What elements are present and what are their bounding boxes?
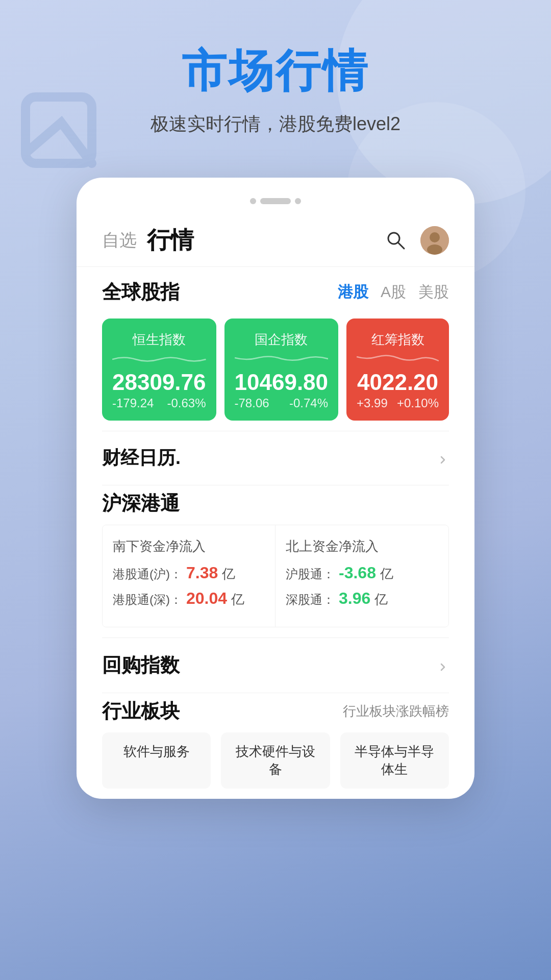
search-button[interactable] <box>384 228 408 253</box>
rci-name: 红筹指数 <box>357 331 439 349</box>
hsi-changes: -179.24 -0.63% <box>112 396 206 410</box>
phone-content: 自选 行情 <box>77 214 474 799</box>
industry-item-1[interactable]: 技术硬件与设备 <box>221 732 330 789</box>
industry-item-0[interactable]: 软件与服务 <box>102 732 211 789</box>
rci-value: 4022.20 <box>357 370 439 395</box>
hshk-north-row-1: 沪股通： -3.68 亿 <box>286 564 438 583</box>
industry-header: 行业板块 行业板块涨跌幅榜 <box>102 698 449 724</box>
pagination-dots <box>77 193 474 214</box>
header-subtitle: 极速实时行情，港股免费level2 <box>31 112 520 137</box>
nav-zixuan-label[interactable]: 自选 <box>102 229 137 252</box>
hshk-north-unit-2: 亿 <box>374 591 388 608</box>
rci-wave <box>357 352 439 367</box>
index-card-hscei[interactable]: 国企指数 10469.80 -78.06 -0.74% <box>224 318 339 421</box>
hshk-south-cell: 南下资金净流入 港股通(沪)： 7.38 亿 港股通(深)： 20.04 亿 <box>103 525 276 627</box>
hshk-north-label-2: 深股通： <box>286 592 335 608</box>
hscei-change: -78.06 <box>235 396 269 410</box>
buyback-chevron-icon <box>437 659 449 672</box>
hshk-north-value-1: -3.68 <box>339 564 376 582</box>
dot-3 <box>295 198 301 204</box>
industry-grid: 软件与服务 技术硬件与设备 半导体与半导体生 <box>102 732 449 789</box>
hshk-title: 沪深港通 <box>102 491 449 517</box>
hsi-value: 28309.76 <box>112 370 206 395</box>
global-index-header: 全球股指 港股 A股 美股 <box>77 267 474 313</box>
hsi-name: 恒生指数 <box>112 331 206 349</box>
financial-calendar-title: 财经日历. <box>102 446 181 471</box>
nav-bar: 自选 行情 <box>77 214 474 267</box>
hshk-north-unit-1: 亿 <box>380 565 393 583</box>
rci-change: +3.99 <box>357 396 388 410</box>
industry-title: 行业板块 <box>102 698 180 724</box>
dot-2 <box>260 198 291 204</box>
financial-calendar-row[interactable]: 财经日历. <box>77 431 474 485</box>
svg-point-4 <box>430 232 440 242</box>
hshk-north-cell: 北上资金净流入 沪股通： -3.68 亿 深股通： 3.96 亿 <box>276 525 448 627</box>
hshk-section: 沪深港通 南下资金净流入 港股通(沪)： 7.38 亿 港股通(深)： 20.0… <box>77 485 474 638</box>
hscei-value: 10469.80 <box>235 370 329 395</box>
hshk-south-title: 南下资金净流入 <box>113 537 265 555</box>
hshk-south-value-2: 20.04 <box>186 589 227 608</box>
hscei-changes: -78.06 -0.74% <box>235 396 329 410</box>
hshk-north-title: 北上资金净流入 <box>286 537 438 555</box>
hshk-south-label-2: 港股通(深)： <box>113 592 182 608</box>
index-tabs: 港股 A股 美股 <box>338 282 449 303</box>
tab-us[interactable]: 美股 <box>418 282 449 303</box>
industry-item-name-1: 技术硬件与设备 <box>231 743 319 778</box>
hscei-name: 国企指数 <box>235 331 329 349</box>
header-section: 市场行情 极速实时行情，港股免费level2 <box>0 0 551 157</box>
nav-market-title: 行情 <box>147 225 194 256</box>
dot-1 <box>250 198 256 204</box>
hshk-south-label-1: 港股通(沪)： <box>113 566 182 582</box>
svg-point-5 <box>427 244 442 255</box>
global-index-title: 全球股指 <box>102 279 180 305</box>
hsi-change-pct: -0.63% <box>167 396 206 410</box>
hshk-south-value-1: 7.38 <box>186 564 218 582</box>
index-card-rci[interactable]: 红筹指数 4022.20 +3.99 +0.10% <box>346 318 449 421</box>
page-title: 市场行情 <box>31 41 520 102</box>
chevron-right-icon <box>437 452 449 464</box>
phone-mockup: 自选 行情 <box>77 178 474 799</box>
svg-line-2 <box>398 242 404 249</box>
hshk-south-unit-1: 亿 <box>222 565 235 583</box>
hsi-wave <box>112 352 206 367</box>
avatar[interactable] <box>420 226 449 255</box>
industry-item-2[interactable]: 半导体与半导体生 <box>340 732 449 789</box>
hshk-north-value-2: 3.96 <box>339 589 370 608</box>
hshk-north-label-1: 沪股通： <box>286 566 335 582</box>
hshk-south-unit-2: 亿 <box>231 591 244 608</box>
tab-a[interactable]: A股 <box>381 282 406 303</box>
buyback-row[interactable]: 回购指数 <box>77 638 474 693</box>
hsi-change: -179.24 <box>112 396 154 410</box>
tab-hk[interactable]: 港股 <box>338 282 368 303</box>
hshk-south-row-1: 港股通(沪)： 7.38 亿 <box>113 564 265 583</box>
industry-link[interactable]: 行业板块涨跌幅榜 <box>343 702 449 720</box>
rci-change-pct: +0.10% <box>397 396 439 410</box>
industry-item-name-2: 半导体与半导体生 <box>350 743 439 778</box>
hscei-change-pct: -0.74% <box>289 396 328 410</box>
nav-right <box>384 226 449 255</box>
hshk-grid: 南下资金净流入 港股通(沪)： 7.38 亿 港股通(深)： 20.04 亿 北… <box>102 525 449 627</box>
rci-changes: +3.99 +0.10% <box>357 396 439 410</box>
buyback-title: 回购指数 <box>102 652 180 678</box>
nav-left: 自选 行情 <box>102 225 194 256</box>
industry-item-name-0: 软件与服务 <box>112 743 201 761</box>
hshk-south-row-2: 港股通(深)： 20.04 亿 <box>113 589 265 608</box>
hshk-north-row-2: 深股通： 3.96 亿 <box>286 589 438 608</box>
index-card-hsi[interactable]: 恒生指数 28309.76 -179.24 -0.63% <box>102 318 216 421</box>
industry-section: 行业板块 行业板块涨跌幅榜 软件与服务 技术硬件与设备 半导体与半导体生 <box>77 693 474 799</box>
index-cards: 恒生指数 28309.76 -179.24 -0.63% 国企指数 <box>77 313 474 431</box>
hscei-wave <box>235 352 329 367</box>
